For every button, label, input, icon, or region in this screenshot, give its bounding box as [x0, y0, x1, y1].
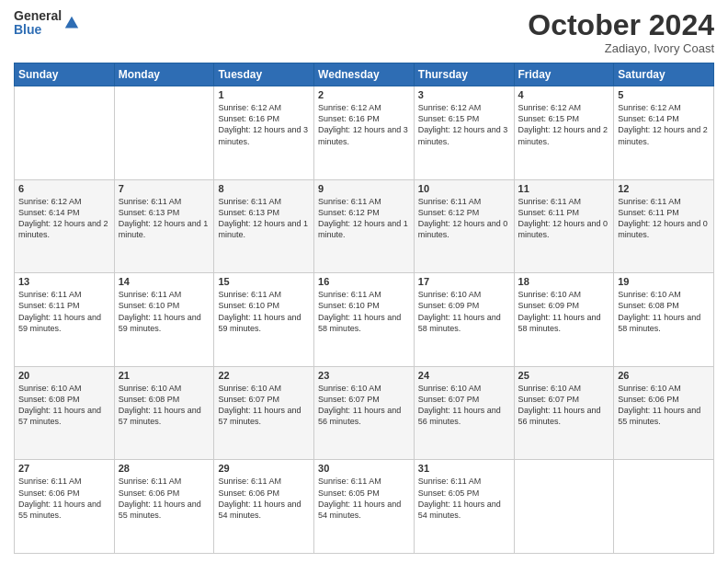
day-info: Sunrise: 6:12 AM Sunset: 6:14 PM Dayligh… [618, 102, 710, 147]
calendar-header-row: SundayMondayTuesdayWednesdayThursdayFrid… [15, 63, 714, 86]
day-number: 20 [18, 370, 110, 381]
calendar-cell: 7Sunrise: 6:11 AM Sunset: 6:13 PM Daylig… [114, 179, 214, 273]
day-info: Sunrise: 6:10 AM Sunset: 6:08 PM Dayligh… [119, 383, 210, 428]
day-info: Sunrise: 6:10 AM Sunset: 6:06 PM Dayligh… [618, 383, 710, 428]
calendar-cell: 10Sunrise: 6:11 AM Sunset: 6:12 PM Dayli… [414, 179, 514, 273]
day-number: 19 [618, 276, 710, 287]
day-number: 14 [119, 276, 210, 287]
day-number: 29 [218, 463, 310, 474]
logo: General Blue [14, 9, 80, 38]
day-info: Sunrise: 6:10 AM Sunset: 6:07 PM Dayligh… [518, 383, 610, 428]
svg-marker-0 [65, 17, 78, 29]
calendar-cell: 19Sunrise: 6:10 AM Sunset: 6:08 PM Dayli… [614, 273, 714, 367]
calendar-cell: 5Sunrise: 6:12 AM Sunset: 6:14 PM Daylig… [614, 86, 714, 180]
day-number: 4 [518, 89, 610, 100]
day-info: Sunrise: 6:10 AM Sunset: 6:07 PM Dayligh… [218, 383, 310, 428]
logo-icon [63, 15, 80, 31]
calendar-header-monday: Monday [114, 63, 214, 86]
calendar-header-sunday: Sunday [15, 63, 115, 86]
day-number: 17 [418, 276, 510, 287]
calendar-cell [614, 460, 714, 554]
day-number: 3 [418, 89, 510, 100]
calendar-cell [514, 460, 614, 554]
location: Zadiayo, Ivory Coast [528, 41, 714, 55]
calendar-header-tuesday: Tuesday [214, 63, 314, 86]
calendar-table: SundayMondayTuesdayWednesdayThursdayFrid… [14, 63, 714, 554]
calendar-cell: 27Sunrise: 6:11 AM Sunset: 6:06 PM Dayli… [15, 460, 115, 554]
day-number: 27 [18, 463, 110, 474]
day-info: Sunrise: 6:11 AM Sunset: 6:11 PM Dayligh… [518, 196, 610, 241]
day-number: 21 [119, 370, 210, 381]
page: General Blue October 2024 Zadiayo, Ivory… [0, 0, 728, 563]
day-number: 28 [119, 463, 210, 474]
day-number: 5 [618, 89, 710, 100]
calendar-cell: 25Sunrise: 6:10 AM Sunset: 6:07 PM Dayli… [514, 366, 614, 460]
calendar-cell: 1Sunrise: 6:12 AM Sunset: 6:16 PM Daylig… [214, 86, 314, 180]
day-info: Sunrise: 6:11 AM Sunset: 6:13 PM Dayligh… [119, 196, 210, 241]
calendar-header-wednesday: Wednesday [314, 63, 415, 86]
calendar-cell: 15Sunrise: 6:11 AM Sunset: 6:10 PM Dayli… [214, 273, 314, 367]
day-info: Sunrise: 6:11 AM Sunset: 6:05 PM Dayligh… [318, 476, 410, 521]
calendar-cell: 3Sunrise: 6:12 AM Sunset: 6:15 PM Daylig… [414, 86, 514, 180]
day-number: 18 [518, 276, 610, 287]
day-info: Sunrise: 6:11 AM Sunset: 6:10 PM Dayligh… [318, 289, 410, 334]
day-info: Sunrise: 6:11 AM Sunset: 6:05 PM Dayligh… [418, 476, 510, 521]
day-info: Sunrise: 6:11 AM Sunset: 6:12 PM Dayligh… [318, 196, 410, 241]
day-info: Sunrise: 6:12 AM Sunset: 6:14 PM Dayligh… [18, 196, 110, 241]
calendar-cell: 14Sunrise: 6:11 AM Sunset: 6:10 PM Dayli… [114, 273, 214, 367]
calendar-cell: 21Sunrise: 6:10 AM Sunset: 6:08 PM Dayli… [114, 366, 214, 460]
calendar-cell: 17Sunrise: 6:10 AM Sunset: 6:09 PM Dayli… [414, 273, 514, 367]
day-number: 24 [418, 370, 510, 381]
day-info: Sunrise: 6:10 AM Sunset: 6:09 PM Dayligh… [518, 289, 610, 334]
day-info: Sunrise: 6:10 AM Sunset: 6:07 PM Dayligh… [318, 383, 410, 428]
day-info: Sunrise: 6:12 AM Sunset: 6:15 PM Dayligh… [418, 102, 510, 147]
day-number: 25 [518, 370, 610, 381]
calendar-cell: 23Sunrise: 6:10 AM Sunset: 6:07 PM Dayli… [314, 366, 415, 460]
calendar-cell: 22Sunrise: 6:10 AM Sunset: 6:07 PM Dayli… [214, 366, 314, 460]
logo-line2: Blue [14, 23, 62, 37]
day-info: Sunrise: 6:11 AM Sunset: 6:11 PM Dayligh… [618, 196, 710, 241]
day-info: Sunrise: 6:10 AM Sunset: 6:09 PM Dayligh… [418, 289, 510, 334]
day-number: 12 [618, 183, 710, 194]
day-number: 13 [18, 276, 110, 287]
calendar-cell: 26Sunrise: 6:10 AM Sunset: 6:06 PM Dayli… [614, 366, 714, 460]
day-number: 6 [18, 183, 110, 194]
calendar-cell [15, 86, 115, 180]
calendar-header-saturday: Saturday [614, 63, 714, 86]
day-info: Sunrise: 6:12 AM Sunset: 6:16 PM Dayligh… [218, 102, 310, 147]
day-info: Sunrise: 6:11 AM Sunset: 6:10 PM Dayligh… [218, 289, 310, 334]
day-number: 22 [218, 370, 310, 381]
day-number: 7 [119, 183, 210, 194]
calendar-cell: 30Sunrise: 6:11 AM Sunset: 6:05 PM Dayli… [314, 460, 415, 554]
day-number: 2 [318, 89, 410, 100]
calendar-cell: 8Sunrise: 6:11 AM Sunset: 6:13 PM Daylig… [214, 179, 314, 273]
calendar-cell: 4Sunrise: 6:12 AM Sunset: 6:15 PM Daylig… [514, 86, 614, 180]
calendar-cell: 29Sunrise: 6:11 AM Sunset: 6:06 PM Dayli… [214, 460, 314, 554]
day-info: Sunrise: 6:11 AM Sunset: 6:10 PM Dayligh… [119, 289, 210, 334]
month-title: October 2024 [528, 9, 714, 41]
day-number: 30 [318, 463, 410, 474]
calendar-cell: 13Sunrise: 6:11 AM Sunset: 6:11 PM Dayli… [15, 273, 115, 367]
day-info: Sunrise: 6:11 AM Sunset: 6:06 PM Dayligh… [18, 476, 110, 521]
day-number: 23 [318, 370, 410, 381]
calendar-week-4: 27Sunrise: 6:11 AM Sunset: 6:06 PM Dayli… [15, 460, 714, 554]
day-number: 16 [318, 276, 410, 287]
calendar-cell [114, 86, 214, 180]
day-number: 11 [518, 183, 610, 194]
calendar-cell: 31Sunrise: 6:11 AM Sunset: 6:05 PM Dayli… [414, 460, 514, 554]
calendar-week-3: 20Sunrise: 6:10 AM Sunset: 6:08 PM Dayli… [15, 366, 714, 460]
calendar-cell: 2Sunrise: 6:12 AM Sunset: 6:16 PM Daylig… [314, 86, 415, 180]
day-info: Sunrise: 6:10 AM Sunset: 6:08 PM Dayligh… [18, 383, 110, 428]
day-info: Sunrise: 6:11 AM Sunset: 6:12 PM Dayligh… [418, 196, 510, 241]
calendar-cell: 9Sunrise: 6:11 AM Sunset: 6:12 PM Daylig… [314, 179, 415, 273]
day-info: Sunrise: 6:12 AM Sunset: 6:15 PM Dayligh… [518, 102, 610, 147]
calendar-cell: 16Sunrise: 6:11 AM Sunset: 6:10 PM Dayli… [314, 273, 415, 367]
calendar-week-2: 13Sunrise: 6:11 AM Sunset: 6:11 PM Dayli… [15, 273, 714, 367]
calendar-cell: 28Sunrise: 6:11 AM Sunset: 6:06 PM Dayli… [114, 460, 214, 554]
day-number: 10 [418, 183, 510, 194]
day-number: 1 [218, 89, 310, 100]
calendar-week-0: 1Sunrise: 6:12 AM Sunset: 6:16 PM Daylig… [15, 86, 714, 180]
day-info: Sunrise: 6:11 AM Sunset: 6:11 PM Dayligh… [18, 289, 110, 334]
calendar-cell: 6Sunrise: 6:12 AM Sunset: 6:14 PM Daylig… [15, 179, 115, 273]
day-info: Sunrise: 6:10 AM Sunset: 6:07 PM Dayligh… [418, 383, 510, 428]
